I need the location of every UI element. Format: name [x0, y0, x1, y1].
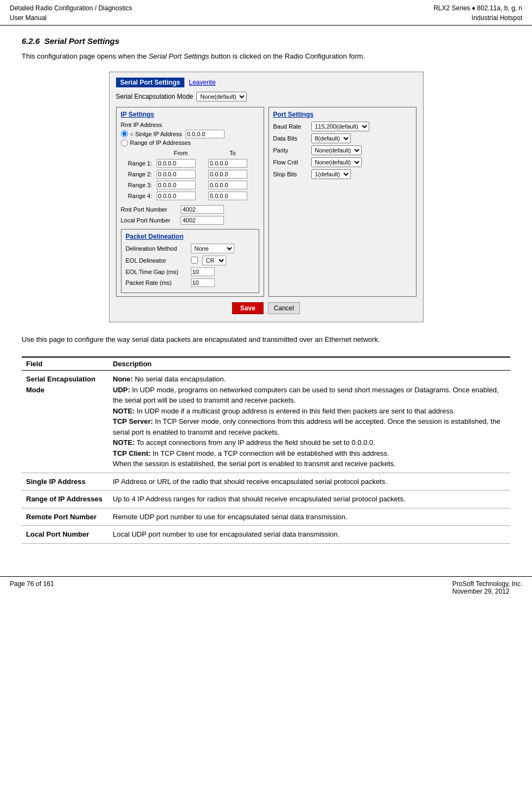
footer-right-line2: November 29, 2012	[452, 588, 509, 595]
parity-row: Parity None(default)	[273, 145, 412, 155]
single-ip-radio-label: ○ Sinlge IP Address	[130, 131, 182, 137]
single-ip-radio-row: ○ Sinlge IP Address	[121, 130, 259, 138]
table-cell-field-0: Serial Encapsulation Mode	[22, 371, 108, 473]
range-from-2[interactable]	[157, 181, 196, 189]
eol-delin-select[interactable]: CR	[202, 256, 226, 265]
range-label-1: Range 2:	[122, 169, 155, 179]
footer-right-line1: ProSoft Technology, Inc.	[452, 580, 522, 588]
save-button[interactable]: Save	[232, 302, 264, 314]
baud-rate-row: Baud Rate 115,200(default)	[273, 122, 412, 131]
page-footer: Page 76 of 161 ProSoft Technology, Inc. …	[0, 576, 532, 597]
delin-method-row: Delineation Method None	[126, 244, 254, 253]
local-port-label: Local Port Number	[121, 217, 181, 224]
range-ip-radio-label: Range of IP Addresses	[130, 139, 191, 146]
range-to-3[interactable]	[208, 192, 247, 200]
rmt-ip-label: Rmt IP Address	[121, 122, 259, 128]
enc-mode-row: Serial Encapsulation Mode None(default)	[116, 92, 416, 101]
data-bits-label: Data Bits	[273, 135, 311, 142]
form-screenshot: Serial Port Settings Leaverite Serial En…	[109, 72, 424, 322]
table-cell-field-4: Local Port Number	[22, 526, 108, 544]
section-heading: Serial Port Settings	[44, 36, 119, 46]
header-right-line1: RLX2 Series ♦ 802.11a, b, g, n	[433, 3, 522, 13]
eol-time-label: EOL Time Gap (ms)	[126, 269, 191, 275]
range-from-header: From	[156, 150, 207, 157]
header-left-line1: Detailed Radio Configuration / Diagnosti…	[10, 3, 132, 13]
data-bits-select[interactable]: 8(default)	[311, 133, 351, 143]
form-container: Serial Port Settings Leaverite Serial En…	[110, 72, 423, 322]
header-left: Detailed Radio Configuration / Diagnosti…	[10, 3, 132, 23]
form-leave-link[interactable]: Leaverite	[189, 79, 215, 86]
table-row: Local Port NumberLocal UDP port number t…	[22, 526, 510, 544]
table-row: Range of IP AddressesUp to 4 IP Address …	[22, 491, 510, 508]
section-number: 6.2.6	[22, 36, 40, 46]
footer-left: Page 76 of 161	[10, 580, 54, 595]
form-title-label: Serial Port Settings	[116, 78, 185, 87]
stop-bits-select[interactable]: 1(default)	[311, 169, 351, 179]
delin-method-select[interactable]: None	[191, 244, 234, 253]
range-from-0[interactable]	[157, 159, 196, 168]
intro-text: This configuration page opens when the S…	[22, 51, 510, 62]
packet-rate-input[interactable]	[191, 278, 215, 287]
rmt-port-input[interactable]	[181, 205, 224, 214]
packet-rate-row: Packet Rate (ms)	[126, 278, 254, 287]
rmt-port-label: Rmt Port Number	[121, 206, 181, 213]
range-row-1: Range 2:	[122, 169, 258, 179]
packet-delineation-section: Packet Delineation Delineation Method No…	[121, 229, 259, 293]
col-desc-header: Description	[108, 357, 510, 371]
table-cell-desc-2: Up to 4 IP Address ranges for radios tha…	[108, 491, 510, 508]
eol-delin-checkbox[interactable]	[191, 257, 198, 264]
packet-rate-label: Packet Rate (ms)	[126, 279, 191, 286]
two-col-layout: IP Settings Rmt IP Address ○ Sinlge IP A…	[116, 107, 416, 297]
range-ip-radio-row: Range of IP Addresses	[121, 139, 259, 147]
range-to-1[interactable]	[208, 170, 247, 179]
enc-mode-select[interactable]: None(default)	[196, 92, 247, 101]
flow-cntl-select[interactable]: None(default)	[311, 157, 362, 167]
table-row: Remote Port NumberRemote UDP port number…	[22, 508, 510, 526]
eol-delin-label: EOL Delineator	[126, 257, 191, 264]
range-row-3: Range 4:	[122, 191, 258, 201]
table-cell-field-1: Single IP Address	[22, 473, 108, 491]
range-from-3[interactable]	[157, 192, 196, 200]
col-field-header: Field	[22, 357, 108, 371]
table-cell-field-3: Remote Port Number	[22, 508, 108, 526]
parity-select[interactable]: None(default)	[311, 145, 362, 155]
single-ip-radio[interactable]	[121, 130, 128, 137]
section-title: 6.2.6 Serial Port Settings	[22, 36, 510, 46]
port-settings-title: Port Settings	[273, 111, 412, 118]
range-from-1[interactable]	[157, 170, 196, 179]
table-row: Single IP AddressIP Address or URL of th…	[22, 473, 510, 491]
header-right-line2: Industrial Hotspot	[433, 13, 522, 23]
local-port-row: Local Port Number	[121, 216, 259, 225]
table-cell-desc-0: None: No serial data encapsulation.UDP: …	[108, 371, 510, 473]
cancel-button[interactable]: Cancel	[268, 302, 300, 314]
baud-rate-label: Baud Rate	[273, 123, 311, 130]
range-row-2: Range 3:	[122, 180, 258, 190]
table-cell-desc-1: IP Address or URL of the radio that shou…	[108, 473, 510, 491]
stop-bits-label: Stop Bits	[273, 171, 311, 177]
range-to-0[interactable]	[208, 159, 247, 168]
range-ip-radio[interactable]	[121, 139, 128, 147]
enc-mode-label: Serial Encapsulation Mode	[116, 93, 194, 100]
flow-cntl-label: Flow Cntl	[273, 159, 311, 165]
port-settings-box: Port Settings Baud Rate 115,200(default)…	[268, 107, 416, 297]
range-table: From To Range 1: Range 2: Range 3: Range…	[121, 149, 259, 202]
main-content: 6.2.6 Serial Port Settings This configur…	[0, 26, 532, 565]
parity-label: Parity	[273, 147, 311, 154]
ip-settings-title: IP Settings	[121, 111, 259, 118]
table-cell-field-2: Range of IP Addresses	[22, 491, 108, 508]
range-label-0: Range 1:	[122, 158, 155, 168]
form-title-bar: Serial Port Settings Leaverite	[116, 78, 416, 87]
eol-time-row: EOL Time Gap (ms)	[126, 268, 254, 276]
range-row-0: Range 1:	[122, 158, 258, 168]
baud-rate-select[interactable]: 115,200(default)	[311, 122, 369, 131]
rmt-port-row: Rmt Port Number	[121, 205, 259, 214]
table-row: Serial Encapsulation ModeNone: No serial…	[22, 371, 510, 473]
header-right: RLX2 Series ♦ 802.11a, b, g, n Industria…	[433, 3, 522, 23]
eol-time-input[interactable]	[191, 268, 215, 276]
data-bits-row: Data Bits 8(default)	[273, 133, 412, 143]
single-ip-input[interactable]	[185, 130, 225, 138]
range-to-2[interactable]	[208, 181, 247, 189]
local-port-input[interactable]	[181, 216, 224, 225]
range-label-3: Range 4:	[122, 191, 155, 201]
table-cell-desc-3: Remote UDP port number to use for encaps…	[108, 508, 510, 526]
